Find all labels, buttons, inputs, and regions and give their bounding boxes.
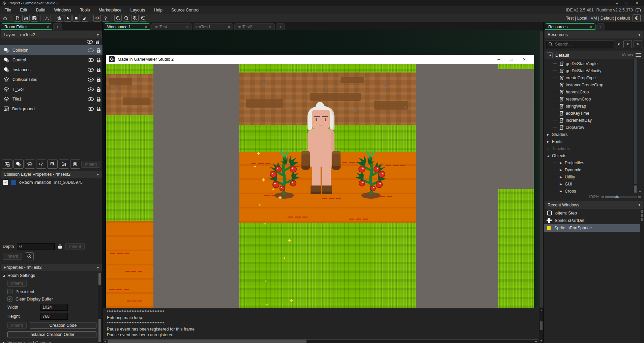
visibility-all-icon[interactable] [86,40,93,44]
tree-group-crops[interactable]: ▶Crops [544,188,633,193]
clear-display-buffer-checkbox[interactable]: ✓ [7,296,12,302]
tree-group-timelines[interactable]: ▷Timelines [544,145,633,152]
workspace-new-tab-button[interactable]: + [276,23,285,30]
add-tile-layer-button[interactable] [25,160,35,169]
left-new-tab-button[interactable]: + [53,23,62,30]
menu-layouts[interactable]: Layouts [126,6,150,14]
layer-row-tsoil[interactable]: T_Soil [0,84,103,94]
tree-item-script[interactable]: getDirStateVelocity [544,67,633,74]
tree-item-script[interactable]: addKeyTime [544,110,633,117]
new-project-button[interactable] [14,15,21,22]
layer-row-tile1[interactable]: Tile1 [0,94,103,104]
tree-group-shaders[interactable]: ▶Shaders [544,131,633,138]
laptop-mode-button[interactable] [140,15,147,22]
layers-header[interactable]: Layers - rmTest2 ▾ [1,31,102,38]
recent-windows-header[interactable]: Recent Windows ▾ [545,201,643,209]
resource-group-row[interactable]: ◢ Default Views [545,51,643,59]
tree-zoom-slider[interactable] [602,196,641,198]
run-button[interactable] [64,15,71,22]
properties-header[interactable]: Properties - rmTest2 ▾ [1,264,102,271]
lock-open-icon[interactable] [97,60,100,62]
workspace-scrollbar[interactable] [540,31,543,307]
eye-icon[interactable] [87,107,94,111]
collision-layer-properties-header[interactable]: Collision Layer Properties - rmTest2 ▾ [1,171,102,178]
tree-group-gui[interactable]: ▶GUI [544,180,633,188]
window-close-button[interactable]: × [632,1,642,5]
instance-creation-order-button[interactable]: Instance Creation Order [7,331,96,338]
eye-icon[interactable] [87,58,94,62]
resource-tree-scrollbar[interactable] [633,59,637,193]
creation-code-button[interactable]: Creation Code [30,322,96,329]
zoom-in-button[interactable] [131,15,139,22]
tree-item-script[interactable]: instanceCreateCrop [544,81,633,88]
scroll-right-icon[interactable]: ► [534,340,538,343]
views-menu-icon[interactable] [636,53,641,57]
search-next-button[interactable]: > [634,40,642,48]
layer-row-background[interactable]: Background [0,104,103,114]
lock-closed-icon[interactable] [58,244,62,249]
layer-row-collision[interactable]: Collision [0,45,103,55]
layer-row-instances[interactable]: Instances [0,65,103,75]
menu-windows[interactable]: Windows [50,6,76,14]
depth-input[interactable] [17,243,55,250]
tab-resources[interactable]: Resources × [545,23,595,30]
eye-icon[interactable] [87,78,94,82]
scroll-up-icon[interactable]: ▲ [540,309,543,312]
scrollbar-thumb[interactable] [108,340,306,343]
recent-item-spartsparkle[interactable]: Sprite: sPartSparkle [544,224,644,232]
add-background-layer-button[interactable] [2,160,12,169]
scrollbar-thumb[interactable] [540,321,543,330]
add-layer-folder-button[interactable] [59,160,69,169]
layer-row-control[interactable]: Control [0,55,103,65]
layer-row-collisiontiles[interactable]: CollisionTiles [0,75,103,84]
recent-list-scrollbar[interactable] [640,209,644,343]
search-prev-button[interactable]: < [623,40,632,48]
resources-dropdown[interactable]: Resources ▾ [545,31,643,38]
section-room-settings[interactable]: ◢ Room Settings [3,273,96,278]
add-path-layer-button[interactable] [36,160,47,169]
menu-help[interactable]: Help [149,6,167,14]
tree-item-script[interactable]: cropGrow [544,124,633,131]
menu-tools[interactable]: Tools [76,6,94,14]
lock-open-icon[interactable] [97,89,100,92]
tree-item-script[interactable]: createCropType [544,74,633,81]
tree-item-script[interactable]: stringWrap [544,103,633,110]
properties-scrollbar[interactable] [98,273,102,343]
save-project-button[interactable] [31,15,38,22]
room-width-input[interactable] [40,304,68,311]
tree-group-projectiles[interactable]: ▶Projectiles [544,159,633,166]
scroll-down-icon[interactable]: ▼ [540,339,543,342]
tab-close-icon[interactable]: × [145,25,147,29]
panel-expand-icon[interactable]: » [639,189,641,193]
home-button[interactable] [1,15,9,22]
tree-item-script[interactable]: harvestCrop [544,88,633,95]
game-minimize-button[interactable]: – [492,57,505,62]
tab-close-icon[interactable]: × [186,25,188,29]
lock-open-icon[interactable] [97,109,100,111]
tab-room-editor[interactable]: Room Editor × [1,23,52,30]
output-vertical-scrollbar[interactable]: ▲ ▼ [539,308,544,343]
game-maximize-button[interactable]: □ [505,57,518,62]
instance-color-swatch[interactable] [11,180,16,185]
delete-layer-button[interactable] [70,160,81,169]
menu-edit[interactable]: Edit [16,6,32,14]
clear-inheritance-button[interactable] [25,252,34,260]
eye-off-icon[interactable] [87,48,94,52]
menu-marketplace[interactable]: Marketplace [94,6,126,14]
clean-button[interactable] [81,15,88,22]
menu-source-control[interactable]: Source Control [167,6,204,14]
right-new-tab-button[interactable]: + [596,23,605,30]
tab-close-icon[interactable]: × [47,25,49,29]
collapse-all-icon[interactable]: ◢ [547,52,553,58]
tab-close-icon[interactable]: × [269,25,271,29]
search-options-chevron[interactable]: ▾ [616,40,622,48]
tree-group-fonts[interactable]: ▶Fonts [544,138,633,145]
tree-item-script[interactable]: respawnCrop [544,95,633,103]
tree-item-script[interactable]: getDirStateAngle [544,60,633,67]
feedback-chat-icon[interactable] [636,8,641,12]
debug-button[interactable] [56,15,63,22]
menu-build[interactable]: Build [32,6,50,14]
eye-icon[interactable] [87,97,94,101]
stop-button[interactable] [72,15,80,22]
lock-open-icon[interactable] [97,79,100,82]
